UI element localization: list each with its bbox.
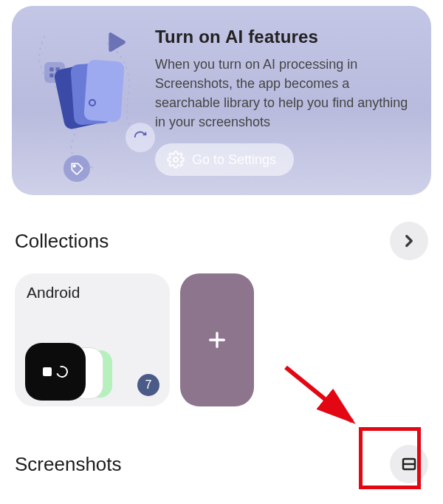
ai-features-promo-card: Turn on AI features When you turn on AI …	[12, 6, 431, 195]
collections-heading: Collections	[15, 230, 109, 253]
promo-illustration	[31, 22, 142, 176]
collections-expand-button[interactable]	[390, 222, 428, 260]
promo-title: Turn on AI features	[155, 27, 412, 47]
list-layout-icon	[400, 455, 418, 473]
collections-row: Android 7	[0, 273, 443, 406]
chevron-right-icon	[399, 231, 419, 251]
play-icon	[97, 27, 131, 61]
add-collection-button[interactable]	[180, 273, 254, 406]
tag-icon	[63, 155, 90, 182]
ring-dot-decoration	[89, 99, 96, 106]
go-to-settings-button[interactable]: Go to Settings	[155, 143, 294, 176]
gear-icon	[167, 151, 185, 168]
layout-toggle-button[interactable]	[390, 445, 428, 483]
collection-card-android[interactable]: Android 7	[15, 273, 170, 406]
svg-rect-2	[49, 74, 53, 78]
collection-count-badge: 7	[137, 374, 159, 396]
stacked-cards-decoration	[59, 61, 126, 134]
plus-icon	[205, 328, 229, 352]
svg-point-6	[174, 157, 178, 162]
collections-header-row: Collections	[15, 222, 428, 260]
promo-cta-label: Go to Settings	[192, 152, 276, 168]
refresh-icon	[126, 123, 155, 152]
promo-text-block: Turn on AI features When you turn on AI …	[155, 22, 412, 176]
svg-point-5	[73, 165, 75, 167]
promo-body: When you turn on AI processing in Screen…	[155, 55, 412, 132]
collection-name: Android	[27, 284, 158, 302]
screenshots-heading: Screenshots	[15, 453, 122, 476]
screenshots-header-row: Screenshots	[15, 445, 428, 483]
svg-rect-0	[49, 67, 53, 71]
collection-thumbnail-stack	[25, 343, 114, 402]
